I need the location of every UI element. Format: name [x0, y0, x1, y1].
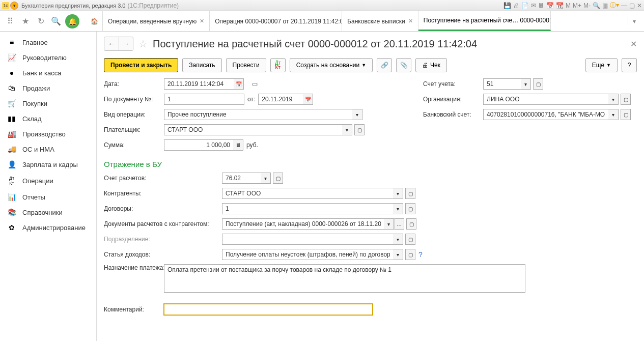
more-tabs-button[interactable]: ▾ — [628, 18, 640, 25]
write-button[interactable]: Записать — [182, 58, 221, 72]
department-input[interactable] — [222, 234, 393, 245]
calendar-button[interactable]: 📅 — [234, 78, 244, 90]
expand-button[interactable]: ▢ — [405, 249, 415, 260]
tab-bank-statements[interactable]: Банковские выписки✕ — [342, 11, 418, 31]
sidebar-item-operations[interactable]: ДтКтОперации — [0, 172, 96, 189]
dropdown-button[interactable]: ▾ — [608, 94, 619, 105]
date-icon[interactable]: 📆 — [556, 2, 564, 9]
doc-icon[interactable]: 📄 — [521, 2, 529, 9]
tab-manual-operations[interactable]: Операции, введенные вручную✕ — [103, 11, 210, 31]
history-icon[interactable]: ↻ — [35, 15, 47, 27]
help-button[interactable]: ? — [622, 58, 637, 72]
nav-back-button[interactable]: ← — [104, 37, 119, 50]
mail-icon[interactable]: ✉ — [531, 2, 536, 9]
expand-button[interactable]: ▢ — [621, 109, 631, 120]
dropdown-button[interactable]: ▾ — [393, 249, 403, 260]
settlement-doc-input[interactable] — [222, 218, 384, 230]
sidebar-item-main[interactable]: ≡Главное — [0, 35, 96, 50]
notifications-button[interactable]: 🔔 — [65, 14, 79, 29]
favorite-star-icon[interactable]: ☆ — [138, 38, 148, 50]
calc-button[interactable]: 🖩 — [233, 139, 243, 151]
sidebar-item-admin[interactable]: ✿Администрирование — [0, 220, 96, 235]
expand-button[interactable]: ▢ — [405, 234, 415, 245]
calc-icon[interactable]: 🖩 — [538, 2, 544, 9]
minimize-button[interactable]: — — [621, 2, 627, 9]
comment-input[interactable] — [164, 304, 373, 315]
tab-receipt-12[interactable]: Поступление на расчетный сче… 0000-00001… — [418, 11, 551, 31]
dropdown-button[interactable]: ▾ — [261, 173, 271, 184]
sidebar-item-reports[interactable]: 📊Отчеты — [0, 189, 96, 205]
tab-operation-7[interactable]: Операция 0000-000007 от 20.11.2019 11:42… — [210, 11, 342, 31]
nav-forward-button[interactable]: → — [119, 37, 133, 50]
expand-button[interactable]: ▢ — [273, 173, 283, 184]
zoom-icon[interactable]: 🔍 — [593, 2, 600, 9]
app-menu-button[interactable]: ▾ — [10, 2, 18, 10]
sidebar-item-production[interactable]: 🏭Производство — [0, 126, 96, 141]
sidebar-item-bank[interactable]: ●Банк и касса — [0, 65, 96, 80]
calendar-button[interactable]: 📅 — [303, 94, 313, 105]
dropdown-button[interactable]: ▾ — [521, 78, 531, 90]
save-icon[interactable]: 💾 — [503, 2, 511, 9]
ellipsis-button[interactable]: … — [394, 218, 404, 230]
dropdown-button[interactable]: ▾ — [352, 109, 362, 120]
dropdown-button[interactable]: ▾ — [342, 124, 352, 135]
m-minus-button[interactable]: M- — [583, 2, 591, 9]
post-button[interactable]: Провести — [226, 58, 266, 72]
maximize-button[interactable]: ▢ — [629, 2, 635, 9]
date-input[interactable] — [164, 78, 234, 90]
expand-button[interactable]: ▢ — [533, 78, 543, 90]
sidebar-item-directories[interactable]: 📚Справочники — [0, 205, 96, 220]
favorite-icon[interactable]: ★ — [19, 15, 32, 27]
doc-num-input[interactable] — [164, 94, 244, 105]
sum-input[interactable] — [164, 139, 233, 151]
expand-button[interactable]: ▢ — [405, 188, 415, 199]
sidebar-item-warehouse[interactable]: ▮▮Склад — [0, 111, 96, 126]
op-type-input[interactable] — [164, 109, 352, 120]
expand-button[interactable]: ▢ — [406, 218, 416, 230]
sidebar-item-hr[interactable]: 👤Зарплата и кадры — [0, 157, 96, 172]
attach-button[interactable]: 📎 — [396, 58, 411, 72]
dropdown-button[interactable]: ▾ — [608, 109, 619, 120]
close-page-button[interactable]: ✕ — [630, 39, 637, 49]
expand-button[interactable]: ▢ — [621, 94, 631, 105]
info-icon[interactable]: ⓘ▾ — [610, 1, 619, 10]
check-button[interactable]: 🖨 Чек — [415, 58, 447, 72]
more-button[interactable]: Еще ▼ — [585, 58, 618, 72]
print-icon[interactable]: 🖨 — [513, 2, 519, 9]
doc-from-input[interactable] — [258, 94, 303, 105]
sidebar-item-manager[interactable]: 📈Руководителю — [0, 50, 96, 65]
counterparty-input[interactable] — [222, 188, 393, 199]
sidebar-item-assets[interactable]: 🚚ОС и НМА — [0, 141, 96, 157]
contract-input[interactable] — [222, 203, 393, 214]
org-input[interactable] — [483, 94, 608, 105]
account-input[interactable] — [483, 78, 521, 90]
bank-input[interactable] — [483, 109, 608, 120]
m-plus-button[interactable]: M+ — [573, 2, 581, 9]
sidebar-item-sales[interactable]: 🛍Продажи — [0, 80, 96, 96]
help-hint-icon[interactable]: ? — [418, 250, 423, 259]
panels-icon[interactable]: ▥ — [602, 2, 608, 9]
dropdown-button[interactable]: ▾ — [384, 218, 394, 230]
dropdown-button[interactable]: ▾ — [393, 188, 403, 199]
create-based-button[interactable]: Создать на основании ▼ — [290, 58, 373, 72]
post-and-close-button[interactable]: Провести и закрыть — [104, 58, 178, 72]
close-button[interactable]: ✕ — [637, 2, 642, 9]
sidebar-item-purchases[interactable]: 🛒Покупки — [0, 96, 96, 111]
expand-button[interactable]: ▢ — [354, 124, 365, 135]
apps-icon[interactable]: ⠿ — [4, 15, 16, 27]
dtkt-button[interactable]: ДтКт — [270, 58, 286, 72]
dropdown-button[interactable]: ▾ — [393, 234, 403, 245]
search-icon[interactable]: 🔍 — [50, 15, 62, 27]
dropdown-button[interactable]: ▾ — [393, 203, 403, 214]
payer-input[interactable] — [164, 124, 342, 135]
tab-home[interactable]: 🏠 — [87, 11, 103, 31]
m-button[interactable]: M — [566, 2, 571, 9]
purpose-textarea[interactable]: Оплата претензии от поставщика за порчу … — [164, 264, 525, 293]
form-icon[interactable]: ▭ — [252, 80, 258, 88]
link-button[interactable]: 🔗 — [377, 58, 392, 72]
settle-acct-input[interactable] — [222, 173, 261, 184]
tab-close-icon[interactable]: ✕ — [200, 18, 204, 24]
income-item-input[interactable] — [222, 249, 393, 260]
tab-close-icon[interactable]: ✕ — [408, 18, 413, 24]
calendar-icon[interactable]: 📅 — [546, 2, 554, 9]
